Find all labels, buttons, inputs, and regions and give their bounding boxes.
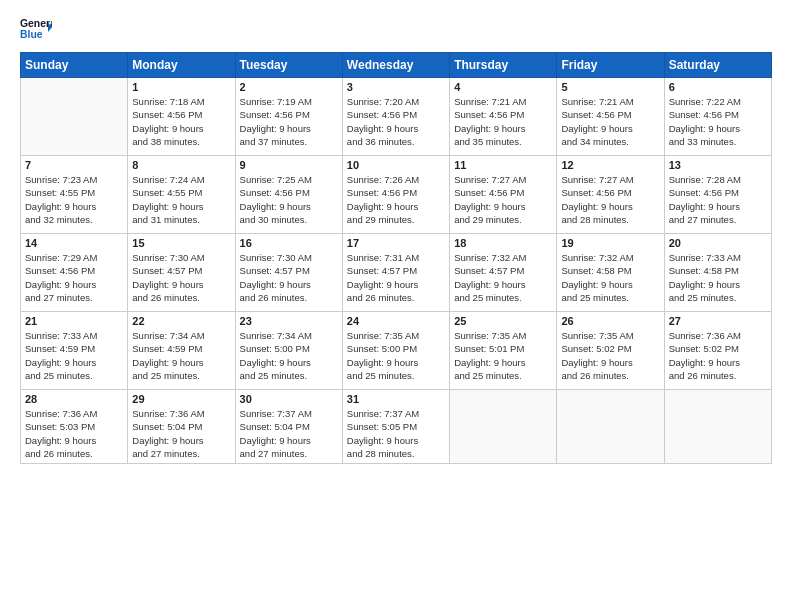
page-header: General Blue [20, 16, 772, 44]
day-number: 29 [132, 393, 230, 405]
calendar-cell: 15Sunrise: 7:30 AM Sunset: 4:57 PM Dayli… [128, 234, 235, 312]
calendar-cell: 29Sunrise: 7:36 AM Sunset: 5:04 PM Dayli… [128, 390, 235, 464]
day-info: Sunrise: 7:35 AM Sunset: 5:00 PM Dayligh… [347, 329, 445, 382]
day-number: 22 [132, 315, 230, 327]
svg-text:General: General [20, 18, 52, 29]
day-number: 28 [25, 393, 123, 405]
day-info: Sunrise: 7:36 AM Sunset: 5:04 PM Dayligh… [132, 407, 230, 460]
calendar-cell: 20Sunrise: 7:33 AM Sunset: 4:58 PM Dayli… [664, 234, 771, 312]
calendar-cell: 12Sunrise: 7:27 AM Sunset: 4:56 PM Dayli… [557, 156, 664, 234]
weekday-header-friday: Friday [557, 53, 664, 78]
day-info: Sunrise: 7:22 AM Sunset: 4:56 PM Dayligh… [669, 95, 767, 148]
calendar-week-3: 14Sunrise: 7:29 AM Sunset: 4:56 PM Dayli… [21, 234, 772, 312]
day-number: 27 [669, 315, 767, 327]
day-info: Sunrise: 7:30 AM Sunset: 4:57 PM Dayligh… [132, 251, 230, 304]
calendar-cell: 10Sunrise: 7:26 AM Sunset: 4:56 PM Dayli… [342, 156, 449, 234]
calendar-week-1: 1Sunrise: 7:18 AM Sunset: 4:56 PM Daylig… [21, 78, 772, 156]
calendar-cell [664, 390, 771, 464]
day-info: Sunrise: 7:37 AM Sunset: 5:05 PM Dayligh… [347, 407, 445, 460]
calendar-cell: 26Sunrise: 7:35 AM Sunset: 5:02 PM Dayli… [557, 312, 664, 390]
day-info: Sunrise: 7:27 AM Sunset: 4:56 PM Dayligh… [454, 173, 552, 226]
calendar-cell [450, 390, 557, 464]
day-number: 16 [240, 237, 338, 249]
calendar-cell: 17Sunrise: 7:31 AM Sunset: 4:57 PM Dayli… [342, 234, 449, 312]
day-info: Sunrise: 7:36 AM Sunset: 5:03 PM Dayligh… [25, 407, 123, 460]
calendar-cell: 21Sunrise: 7:33 AM Sunset: 4:59 PM Dayli… [21, 312, 128, 390]
day-number: 14 [25, 237, 123, 249]
calendar-cell: 8Sunrise: 7:24 AM Sunset: 4:55 PM Daylig… [128, 156, 235, 234]
day-number: 11 [454, 159, 552, 171]
day-number: 25 [454, 315, 552, 327]
day-info: Sunrise: 7:26 AM Sunset: 4:56 PM Dayligh… [347, 173, 445, 226]
day-info: Sunrise: 7:28 AM Sunset: 4:56 PM Dayligh… [669, 173, 767, 226]
calendar-cell: 25Sunrise: 7:35 AM Sunset: 5:01 PM Dayli… [450, 312, 557, 390]
calendar-week-5: 28Sunrise: 7:36 AM Sunset: 5:03 PM Dayli… [21, 390, 772, 464]
day-number: 13 [669, 159, 767, 171]
page-container: General Blue SundayMondayTuesdayWednesda… [0, 0, 792, 612]
day-number: 8 [132, 159, 230, 171]
day-info: Sunrise: 7:29 AM Sunset: 4:56 PM Dayligh… [25, 251, 123, 304]
day-info: Sunrise: 7:35 AM Sunset: 5:02 PM Dayligh… [561, 329, 659, 382]
day-info: Sunrise: 7:35 AM Sunset: 5:01 PM Dayligh… [454, 329, 552, 382]
day-number: 18 [454, 237, 552, 249]
calendar-cell: 4Sunrise: 7:21 AM Sunset: 4:56 PM Daylig… [450, 78, 557, 156]
calendar-cell: 6Sunrise: 7:22 AM Sunset: 4:56 PM Daylig… [664, 78, 771, 156]
day-info: Sunrise: 7:33 AM Sunset: 4:59 PM Dayligh… [25, 329, 123, 382]
day-info: Sunrise: 7:32 AM Sunset: 4:58 PM Dayligh… [561, 251, 659, 304]
calendar-cell: 13Sunrise: 7:28 AM Sunset: 4:56 PM Dayli… [664, 156, 771, 234]
day-number: 4 [454, 81, 552, 93]
day-info: Sunrise: 7:20 AM Sunset: 4:56 PM Dayligh… [347, 95, 445, 148]
weekday-header-sunday: Sunday [21, 53, 128, 78]
day-info: Sunrise: 7:32 AM Sunset: 4:57 PM Dayligh… [454, 251, 552, 304]
day-info: Sunrise: 7:24 AM Sunset: 4:55 PM Dayligh… [132, 173, 230, 226]
day-number: 15 [132, 237, 230, 249]
weekday-header-row: SundayMondayTuesdayWednesdayThursdayFrid… [21, 53, 772, 78]
calendar-cell [557, 390, 664, 464]
calendar-cell: 24Sunrise: 7:35 AM Sunset: 5:00 PM Dayli… [342, 312, 449, 390]
day-number: 7 [25, 159, 123, 171]
day-info: Sunrise: 7:31 AM Sunset: 4:57 PM Dayligh… [347, 251, 445, 304]
day-info: Sunrise: 7:23 AM Sunset: 4:55 PM Dayligh… [25, 173, 123, 226]
day-info: Sunrise: 7:37 AM Sunset: 5:04 PM Dayligh… [240, 407, 338, 460]
day-info: Sunrise: 7:34 AM Sunset: 5:00 PM Dayligh… [240, 329, 338, 382]
calendar-cell: 11Sunrise: 7:27 AM Sunset: 4:56 PM Dayli… [450, 156, 557, 234]
weekday-header-saturday: Saturday [664, 53, 771, 78]
day-info: Sunrise: 7:30 AM Sunset: 4:57 PM Dayligh… [240, 251, 338, 304]
day-number: 9 [240, 159, 338, 171]
day-info: Sunrise: 7:18 AM Sunset: 4:56 PM Dayligh… [132, 95, 230, 148]
calendar-table: SundayMondayTuesdayWednesdayThursdayFrid… [20, 52, 772, 464]
day-number: 31 [347, 393, 445, 405]
calendar-cell: 27Sunrise: 7:36 AM Sunset: 5:02 PM Dayli… [664, 312, 771, 390]
logo: General Blue [20, 16, 52, 44]
day-number: 30 [240, 393, 338, 405]
calendar-cell: 3Sunrise: 7:20 AM Sunset: 4:56 PM Daylig… [342, 78, 449, 156]
day-number: 20 [669, 237, 767, 249]
calendar-cell: 30Sunrise: 7:37 AM Sunset: 5:04 PM Dayli… [235, 390, 342, 464]
calendar-cell: 7Sunrise: 7:23 AM Sunset: 4:55 PM Daylig… [21, 156, 128, 234]
day-info: Sunrise: 7:36 AM Sunset: 5:02 PM Dayligh… [669, 329, 767, 382]
day-number: 21 [25, 315, 123, 327]
day-number: 23 [240, 315, 338, 327]
day-info: Sunrise: 7:19 AM Sunset: 4:56 PM Dayligh… [240, 95, 338, 148]
day-number: 24 [347, 315, 445, 327]
calendar-cell: 23Sunrise: 7:34 AM Sunset: 5:00 PM Dayli… [235, 312, 342, 390]
calendar-cell: 18Sunrise: 7:32 AM Sunset: 4:57 PM Dayli… [450, 234, 557, 312]
calendar-cell [21, 78, 128, 156]
day-info: Sunrise: 7:21 AM Sunset: 4:56 PM Dayligh… [561, 95, 659, 148]
day-number: 5 [561, 81, 659, 93]
calendar-week-2: 7Sunrise: 7:23 AM Sunset: 4:55 PM Daylig… [21, 156, 772, 234]
day-number: 2 [240, 81, 338, 93]
calendar-cell: 31Sunrise: 7:37 AM Sunset: 5:05 PM Dayli… [342, 390, 449, 464]
calendar-cell: 28Sunrise: 7:36 AM Sunset: 5:03 PM Dayli… [21, 390, 128, 464]
day-number: 6 [669, 81, 767, 93]
day-number: 3 [347, 81, 445, 93]
weekday-header-tuesday: Tuesday [235, 53, 342, 78]
weekday-header-wednesday: Wednesday [342, 53, 449, 78]
calendar-cell: 22Sunrise: 7:34 AM Sunset: 4:59 PM Dayli… [128, 312, 235, 390]
day-info: Sunrise: 7:34 AM Sunset: 4:59 PM Dayligh… [132, 329, 230, 382]
logo-icon: General Blue [20, 16, 52, 44]
calendar-cell: 1Sunrise: 7:18 AM Sunset: 4:56 PM Daylig… [128, 78, 235, 156]
day-number: 19 [561, 237, 659, 249]
day-number: 10 [347, 159, 445, 171]
day-number: 1 [132, 81, 230, 93]
